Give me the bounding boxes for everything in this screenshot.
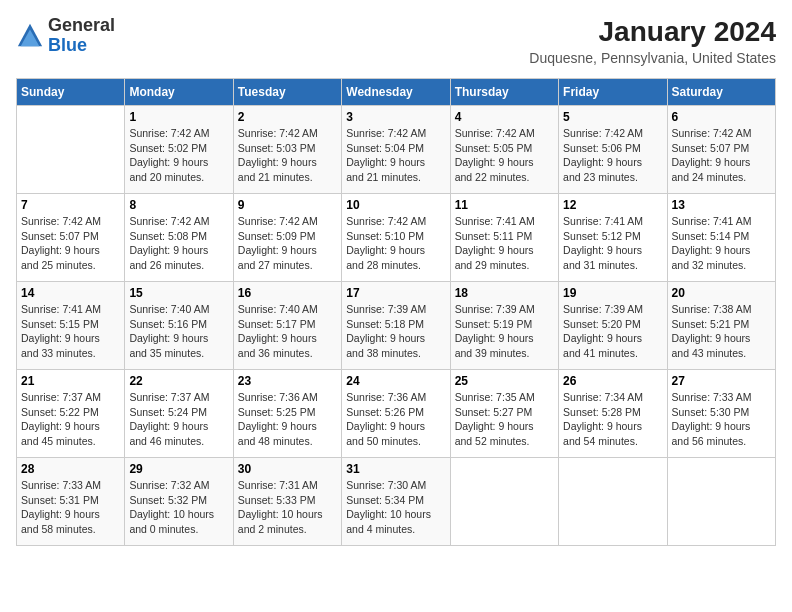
day-number: 12 (563, 198, 662, 212)
day-number: 14 (21, 286, 120, 300)
calendar-cell: 4Sunrise: 7:42 AM Sunset: 5:05 PM Daylig… (450, 106, 558, 194)
day-info: Sunrise: 7:39 AM Sunset: 5:20 PM Dayligh… (563, 302, 662, 361)
day-header-monday: Monday (125, 79, 233, 106)
day-info: Sunrise: 7:33 AM Sunset: 5:31 PM Dayligh… (21, 478, 120, 537)
day-number: 7 (21, 198, 120, 212)
calendar-week-row: 21Sunrise: 7:37 AM Sunset: 5:22 PM Dayli… (17, 370, 776, 458)
day-number: 4 (455, 110, 554, 124)
day-info: Sunrise: 7:42 AM Sunset: 5:04 PM Dayligh… (346, 126, 445, 185)
calendar-cell: 8Sunrise: 7:42 AM Sunset: 5:08 PM Daylig… (125, 194, 233, 282)
calendar-cell: 3Sunrise: 7:42 AM Sunset: 5:04 PM Daylig… (342, 106, 450, 194)
day-number: 28 (21, 462, 120, 476)
day-number: 15 (129, 286, 228, 300)
calendar-cell: 15Sunrise: 7:40 AM Sunset: 5:16 PM Dayli… (125, 282, 233, 370)
logo: General Blue (16, 16, 115, 56)
day-info: Sunrise: 7:42 AM Sunset: 5:05 PM Dayligh… (455, 126, 554, 185)
day-info: Sunrise: 7:42 AM Sunset: 5:03 PM Dayligh… (238, 126, 337, 185)
location-subtitle: Duquesne, Pennsylvania, United States (529, 50, 776, 66)
logo-general-text: General (48, 15, 115, 35)
calendar-cell: 23Sunrise: 7:36 AM Sunset: 5:25 PM Dayli… (233, 370, 341, 458)
calendar-cell: 2Sunrise: 7:42 AM Sunset: 5:03 PM Daylig… (233, 106, 341, 194)
day-info: Sunrise: 7:41 AM Sunset: 5:14 PM Dayligh… (672, 214, 771, 273)
day-header-sunday: Sunday (17, 79, 125, 106)
calendar-cell: 27Sunrise: 7:33 AM Sunset: 5:30 PM Dayli… (667, 370, 775, 458)
day-number: 3 (346, 110, 445, 124)
day-info: Sunrise: 7:35 AM Sunset: 5:27 PM Dayligh… (455, 390, 554, 449)
calendar-cell: 11Sunrise: 7:41 AM Sunset: 5:11 PM Dayli… (450, 194, 558, 282)
calendar-cell: 10Sunrise: 7:42 AM Sunset: 5:10 PM Dayli… (342, 194, 450, 282)
day-number: 11 (455, 198, 554, 212)
day-number: 10 (346, 198, 445, 212)
day-info: Sunrise: 7:37 AM Sunset: 5:24 PM Dayligh… (129, 390, 228, 449)
day-number: 17 (346, 286, 445, 300)
calendar-cell: 7Sunrise: 7:42 AM Sunset: 5:07 PM Daylig… (17, 194, 125, 282)
day-number: 2 (238, 110, 337, 124)
calendar-cell: 20Sunrise: 7:38 AM Sunset: 5:21 PM Dayli… (667, 282, 775, 370)
day-info: Sunrise: 7:42 AM Sunset: 5:10 PM Dayligh… (346, 214, 445, 273)
calendar-cell: 1Sunrise: 7:42 AM Sunset: 5:02 PM Daylig… (125, 106, 233, 194)
day-info: Sunrise: 7:42 AM Sunset: 5:08 PM Dayligh… (129, 214, 228, 273)
day-number: 8 (129, 198, 228, 212)
day-info: Sunrise: 7:41 AM Sunset: 5:11 PM Dayligh… (455, 214, 554, 273)
day-header-friday: Friday (559, 79, 667, 106)
day-info: Sunrise: 7:39 AM Sunset: 5:19 PM Dayligh… (455, 302, 554, 361)
day-number: 24 (346, 374, 445, 388)
day-info: Sunrise: 7:33 AM Sunset: 5:30 PM Dayligh… (672, 390, 771, 449)
calendar-cell: 17Sunrise: 7:39 AM Sunset: 5:18 PM Dayli… (342, 282, 450, 370)
calendar-cell: 6Sunrise: 7:42 AM Sunset: 5:07 PM Daylig… (667, 106, 775, 194)
day-info: Sunrise: 7:42 AM Sunset: 5:07 PM Dayligh… (21, 214, 120, 273)
day-info: Sunrise: 7:37 AM Sunset: 5:22 PM Dayligh… (21, 390, 120, 449)
calendar-cell: 25Sunrise: 7:35 AM Sunset: 5:27 PM Dayli… (450, 370, 558, 458)
day-number: 23 (238, 374, 337, 388)
day-number: 29 (129, 462, 228, 476)
calendar-week-row: 14Sunrise: 7:41 AM Sunset: 5:15 PM Dayli… (17, 282, 776, 370)
calendar-cell: 30Sunrise: 7:31 AM Sunset: 5:33 PM Dayli… (233, 458, 341, 546)
day-info: Sunrise: 7:42 AM Sunset: 5:06 PM Dayligh… (563, 126, 662, 185)
calendar-cell: 5Sunrise: 7:42 AM Sunset: 5:06 PM Daylig… (559, 106, 667, 194)
calendar-cell (667, 458, 775, 546)
day-info: Sunrise: 7:36 AM Sunset: 5:26 PM Dayligh… (346, 390, 445, 449)
day-info: Sunrise: 7:42 AM Sunset: 5:09 PM Dayligh… (238, 214, 337, 273)
day-info: Sunrise: 7:32 AM Sunset: 5:32 PM Dayligh… (129, 478, 228, 537)
day-info: Sunrise: 7:41 AM Sunset: 5:15 PM Dayligh… (21, 302, 120, 361)
day-info: Sunrise: 7:36 AM Sunset: 5:25 PM Dayligh… (238, 390, 337, 449)
logo-icon (16, 22, 44, 50)
calendar-cell: 26Sunrise: 7:34 AM Sunset: 5:28 PM Dayli… (559, 370, 667, 458)
calendar-cell: 9Sunrise: 7:42 AM Sunset: 5:09 PM Daylig… (233, 194, 341, 282)
calendar-cell (559, 458, 667, 546)
day-info: Sunrise: 7:40 AM Sunset: 5:17 PM Dayligh… (238, 302, 337, 361)
calendar-cell (450, 458, 558, 546)
calendar-week-row: 7Sunrise: 7:42 AM Sunset: 5:07 PM Daylig… (17, 194, 776, 282)
calendar-cell (17, 106, 125, 194)
day-header-thursday: Thursday (450, 79, 558, 106)
calendar-table: SundayMondayTuesdayWednesdayThursdayFrid… (16, 78, 776, 546)
calendar-cell: 18Sunrise: 7:39 AM Sunset: 5:19 PM Dayli… (450, 282, 558, 370)
day-number: 18 (455, 286, 554, 300)
day-header-wednesday: Wednesday (342, 79, 450, 106)
day-number: 16 (238, 286, 337, 300)
day-info: Sunrise: 7:31 AM Sunset: 5:33 PM Dayligh… (238, 478, 337, 537)
day-number: 9 (238, 198, 337, 212)
calendar-cell: 13Sunrise: 7:41 AM Sunset: 5:14 PM Dayli… (667, 194, 775, 282)
calendar-header-row: SundayMondayTuesdayWednesdayThursdayFrid… (17, 79, 776, 106)
day-header-saturday: Saturday (667, 79, 775, 106)
day-number: 26 (563, 374, 662, 388)
day-number: 22 (129, 374, 228, 388)
day-header-tuesday: Tuesday (233, 79, 341, 106)
calendar-cell: 12Sunrise: 7:41 AM Sunset: 5:12 PM Dayli… (559, 194, 667, 282)
logo-blue-text: Blue (48, 35, 87, 55)
day-number: 30 (238, 462, 337, 476)
day-info: Sunrise: 7:30 AM Sunset: 5:34 PM Dayligh… (346, 478, 445, 537)
day-number: 5 (563, 110, 662, 124)
calendar-cell: 14Sunrise: 7:41 AM Sunset: 5:15 PM Dayli… (17, 282, 125, 370)
day-number: 19 (563, 286, 662, 300)
calendar-cell: 24Sunrise: 7:36 AM Sunset: 5:26 PM Dayli… (342, 370, 450, 458)
calendar-week-row: 28Sunrise: 7:33 AM Sunset: 5:31 PM Dayli… (17, 458, 776, 546)
calendar-cell: 29Sunrise: 7:32 AM Sunset: 5:32 PM Dayli… (125, 458, 233, 546)
day-number: 20 (672, 286, 771, 300)
day-number: 25 (455, 374, 554, 388)
day-info: Sunrise: 7:38 AM Sunset: 5:21 PM Dayligh… (672, 302, 771, 361)
day-info: Sunrise: 7:39 AM Sunset: 5:18 PM Dayligh… (346, 302, 445, 361)
calendar-cell: 22Sunrise: 7:37 AM Sunset: 5:24 PM Dayli… (125, 370, 233, 458)
day-number: 1 (129, 110, 228, 124)
